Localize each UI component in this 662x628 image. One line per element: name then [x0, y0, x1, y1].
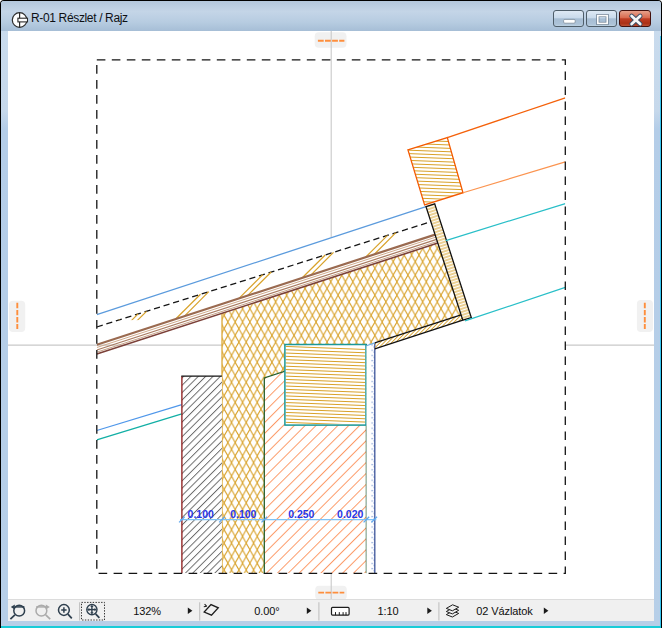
svg-text:02 Vázlatok: 02 Vázlatok [476, 604, 533, 616]
svg-text:0.100: 0.100 [230, 507, 256, 519]
svg-text:0.250: 0.250 [288, 507, 314, 519]
svg-text:0.00°: 0.00° [254, 604, 279, 616]
svg-text:1:10: 1:10 [377, 604, 398, 616]
svg-text:0.100: 0.100 [188, 507, 214, 519]
svg-text:132%: 132% [133, 604, 161, 616]
svg-text:0.020: 0.020 [337, 507, 363, 519]
